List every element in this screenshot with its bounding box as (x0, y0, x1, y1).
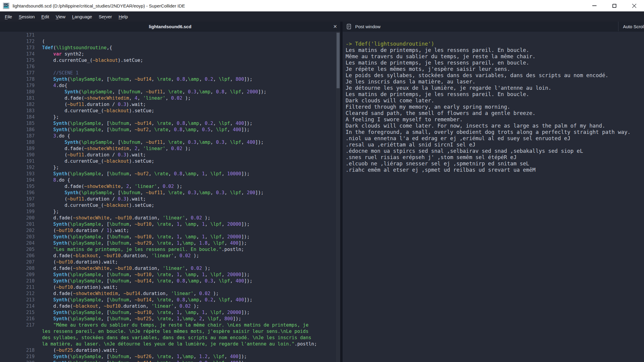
code-line[interactable]: 209 Synth(\playSample, [\bufnum, ~buf10,… (0, 272, 340, 278)
tab-document-title[interactable]: lightandsound6.scd (0, 24, 340, 29)
code-line[interactable]: 192 }; (0, 164, 340, 171)
code-line[interactable]: 180 Synth(\playSample, [\bufnum, ~buf11,… (0, 89, 340, 95)
code-text: d.currentCue_(~blackout).setCue; (42, 202, 317, 209)
code-line[interactable]: 202 (~buf10.duration / 1).wait; (0, 228, 340, 234)
code-line[interactable]: 203 Synth(\playSample, [\bufnum, ~buf10,… (0, 234, 340, 240)
minimize-button[interactable] (584, 0, 604, 11)
code-line[interactable]: 216 Synth(\playSample, [\bufnum, ~buf25,… (0, 316, 340, 322)
post-line: .elcuob ne ,liérap snesser sel ej ,spmet… (346, 161, 644, 167)
menu-help[interactable]: Help (116, 13, 131, 21)
code-text: (~buf11.duration / 0.3).wait; (42, 196, 317, 202)
menu-file[interactable]: File (2, 13, 15, 21)
pane-splitter[interactable] (340, 22, 343, 362)
line-number: 212 (0, 291, 35, 297)
code-text: Synth(\playSample, [\bufnum, ~buf25, \ra… (42, 316, 317, 322)
code-line[interactable]: 204 Synth(\playSample, [\bufnum, ~buf29,… (0, 240, 340, 246)
menu-bar: FileSessionEditViewLanguageServerHelp (0, 11, 644, 22)
line-number: 190 (0, 152, 35, 158)
code-text: Synth(\playSample, [\bufnum, ~buf14, \ra… (42, 297, 317, 303)
menu-edit[interactable]: Edit (38, 13, 52, 21)
code-line[interactable]: 217 "Même au travers du sablier du temps… (0, 322, 340, 347)
code-line[interactable]: 210 Synth(\playSample, [\bufnum, ~buf14,… (0, 278, 340, 284)
code-line[interactable]: 182 (~buf11.duration / 0.3).wait; (0, 101, 340, 108)
line-number: 209 (0, 272, 35, 278)
menu-session[interactable]: Session (16, 13, 38, 21)
code-line[interactable]: 177 //SCENE 1 (0, 70, 340, 76)
code-text: (~buf11.duration / 0.3).wait; (42, 101, 317, 108)
code-text: }; (42, 164, 317, 171)
menu-accelerator: E (41, 14, 44, 19)
code-line[interactable]: 195 d.fade(~showtecWhite, 2, 'linear', 0… (0, 183, 340, 190)
code-text: d.currentCue_(~blackout).setCue; (42, 108, 317, 114)
editor-scrollbar-thumb[interactable] (337, 33, 340, 88)
menu-view[interactable]: View (53, 13, 68, 21)
code-line[interactable]: 171 (0, 32, 340, 38)
close-icon (632, 4, 636, 8)
line-number: 189 (0, 146, 35, 152)
code-line[interactable]: 196 Synth(\playSample, [\bufnum, ~buf11,… (0, 190, 340, 196)
code-line[interactable]: 207 (~buf10.duration).wait; (0, 259, 340, 265)
code-line[interactable]: 211 (~buf10.duration).wait; (0, 284, 340, 291)
line-number: 178 (0, 76, 35, 83)
code-line[interactable]: 198 d.currentCue_(~blackout).setCue; (0, 202, 340, 209)
code-line[interactable]: 220 Synth(\playSample, [\bufnum, ~buf14,… (0, 360, 340, 362)
code-editor[interactable]: 171172(173Tdef(\lightsoundroutine,{174 v… (0, 32, 340, 362)
code-line[interactable]: 183 d.currentCue_(~blackout).setCue; (0, 108, 340, 114)
code-text: d.fade(~showtecWhitedim, ~buf14.duration… (42, 291, 317, 297)
line-number: 191 (0, 158, 35, 164)
code-line[interactable]: 215 Synth(\playSample, [\bufnum, ~buf10,… (0, 309, 340, 316)
code-line[interactable]: 178 Synth(\playSample, [\bufnum, ~buf14,… (0, 76, 340, 83)
code-line[interactable]: 174 var synth2; (0, 51, 340, 57)
code-line[interactable]: 201 Synth(\playSample, [\bufnum, ~buf10,… (0, 221, 340, 228)
code-line[interactable]: 172( (0, 38, 340, 45)
code-line[interactable]: 176 (0, 64, 340, 70)
code-text: 8.do { (42, 177, 317, 183)
editor-scrollbar[interactable] (336, 32, 340, 362)
code-line[interactable]: 184 }; (0, 114, 340, 120)
code-text: d.fade(~showtecWhite, ~buf10.duration, '… (42, 265, 317, 272)
code-text: Synth(\playSample, [\bufnum, ~buf14, \ra… (42, 120, 317, 127)
close-button[interactable] (624, 0, 644, 11)
code-text: "Même au travers du sablier du temps, je… (42, 322, 317, 347)
post-header-separator (618, 22, 618, 31)
code-line[interactable]: 191 d.currentCue_(~blackout).setCue; (0, 158, 340, 164)
code-text: Synth(\playSample, [\bufnum, ~buf10, \ra… (42, 221, 317, 228)
line-number: 177 (0, 70, 35, 76)
code-line[interactable]: 187 3.do { (0, 133, 340, 139)
code-text: Synth(\playSample, [\bufnum, ~buf14, \ra… (42, 360, 317, 362)
code-line[interactable]: 194 8.do { (0, 177, 340, 183)
line-number: 200 (0, 215, 35, 221)
code-line[interactable]: 179 4.do{ (0, 83, 340, 89)
line-number: 216 (0, 316, 35, 322)
tab-close-icon[interactable]: ✕ (333, 22, 337, 31)
line-number: 183 (0, 108, 35, 114)
post-window-pane: Post window Auto Scroll -> Tdef('lightso… (343, 22, 644, 362)
code-line[interactable]: 189 d.fade(~showtecWhitedim, 2, 'linear'… (0, 146, 340, 152)
restore-button[interactable] (604, 0, 624, 11)
code-line[interactable]: 219 Synth(\playSample, [\bufnum, ~buf26,… (0, 354, 340, 360)
code-text: d.fade(~showtecWhite, 2, 'linear', 0.02 … (42, 183, 317, 190)
code-line[interactable]: 205 "Les matins de printemps, je les res… (0, 246, 340, 253)
code-line[interactable]: 190 (~buf11.duration / 0.3).wait; (0, 152, 340, 158)
menu-language[interactable]: Language (69, 13, 95, 21)
line-number: 186 (0, 127, 35, 133)
code-line[interactable]: 197 (~buf11.duration / 0.3).wait; (0, 196, 340, 202)
code-line[interactable]: 173Tdef(\lightsoundroutine,{ (0, 45, 340, 51)
code-line[interactable]: 188 Synth(\playSample, [\bufnum, ~buf11,… (0, 139, 340, 146)
code-line[interactable]: 200 d.fade(~showtecWhite, ~buf10.duratio… (0, 215, 340, 221)
code-line[interactable]: 214 d.fade(~blackout, ~buf10.duration, '… (0, 303, 340, 309)
auto-scroll-toggle[interactable]: Auto Scroll (623, 22, 644, 31)
code-line[interactable]: 185 Synth(\playSample, [\bufnum, ~buf14,… (0, 120, 340, 127)
code-line[interactable]: 181 d.fade(~showtecWhitedim, 4, 'linear'… (0, 95, 340, 101)
code-line[interactable]: 186 Synth(\playSample, [\bufnum, ~buf2, … (0, 127, 340, 133)
line-number: 203 (0, 234, 35, 240)
code-line[interactable]: 212 d.fade(~showtecWhitedim, ~buf14.dura… (0, 291, 340, 297)
code-line[interactable]: 175 d.currentCue_(~blackout).setCue; (0, 57, 340, 64)
code-line[interactable]: 206 d.fade(~blackout, ~buf10.duration, '… (0, 253, 340, 259)
code-line[interactable]: 218 (~buf25.duration).wait; (0, 347, 340, 354)
code-line[interactable]: 193 Synth(\playSample, [\bufnum, ~buf2, … (0, 171, 340, 177)
code-line[interactable]: 199 }; (0, 209, 340, 215)
code-line[interactable]: 208 d.fade(~showtecWhite, ~buf10.duratio… (0, 265, 340, 272)
code-line[interactable]: 213 Synth(\playSample, [\bufnum, ~buf14,… (0, 297, 340, 303)
menu-server[interactable]: Server (96, 13, 115, 21)
